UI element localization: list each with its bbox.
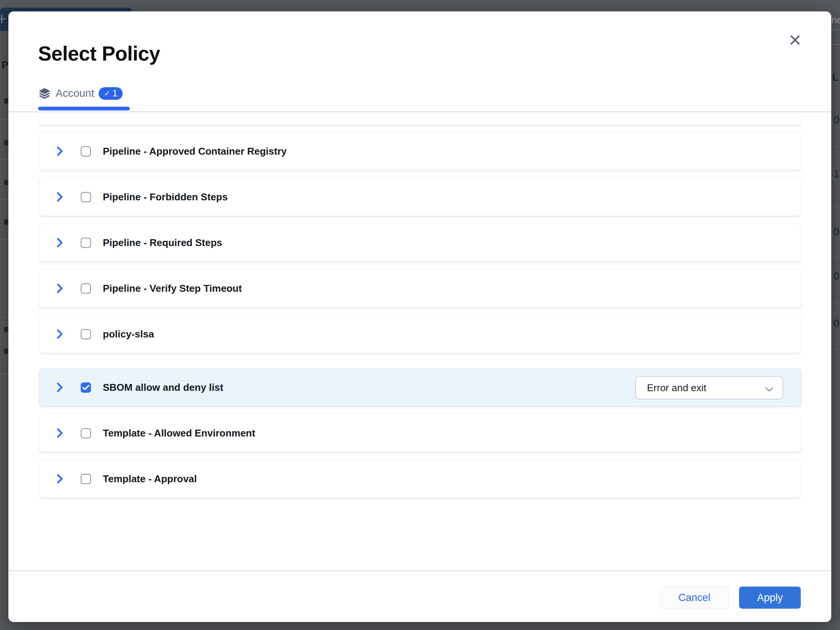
check-icon: ✓ xyxy=(104,90,110,97)
background-row-divider xyxy=(831,147,840,147)
policy-label: Template - Approval xyxy=(103,473,197,485)
policy-checkbox[interactable] xyxy=(81,192,91,202)
policy-list: Pipeline - Approved Container Registry P… xyxy=(8,112,831,569)
policy-checkbox[interactable] xyxy=(81,474,91,484)
background-table-value-fragment: 0 xyxy=(834,318,839,329)
background-table-value-fragment: 0 xyxy=(834,270,839,282)
policy-label: Pipeline - Approved Container Registry xyxy=(103,146,287,157)
background-row-divider xyxy=(831,206,840,206)
background-row-divider xyxy=(831,302,840,302)
close-icon[interactable] xyxy=(787,32,803,48)
policy-row[interactable]: Template - Allowed Environment xyxy=(39,414,801,452)
background-table-value-fragment: 1 xyxy=(834,168,839,180)
background-row-divider xyxy=(0,373,8,374)
policy-checkbox[interactable] xyxy=(81,146,91,157)
chevron-right-icon[interactable] xyxy=(56,382,63,393)
chevron-right-icon[interactable] xyxy=(56,237,63,248)
background-left-header-fragment: P xyxy=(2,59,8,71)
background-right-column-header-fragment: L xyxy=(832,72,839,83)
background-row-divider xyxy=(0,317,8,318)
policy-row[interactable]: Pipeline - Forbidden Steps xyxy=(39,178,801,216)
background-row-divider xyxy=(0,159,8,160)
background-row-divider xyxy=(831,349,840,350)
policy-checkbox[interactable] xyxy=(81,428,91,438)
policy-checkbox[interactable] xyxy=(81,238,91,248)
plus-icon: + xyxy=(0,10,7,27)
layers-icon xyxy=(38,88,51,99)
tab-account[interactable]: Account ✓ 1 xyxy=(38,85,123,101)
apply-button[interactable]: Apply xyxy=(739,587,801,609)
chevron-right-icon[interactable] xyxy=(56,329,63,339)
footer-divider xyxy=(8,570,831,571)
chevron-right-icon[interactable] xyxy=(56,283,63,294)
select-policy-modal: Select Policy Account ✓ 1 xyxy=(8,11,831,622)
background-row-divider xyxy=(0,199,8,200)
chevron-right-icon[interactable] xyxy=(56,428,63,438)
background-table-value-fragment: 0 xyxy=(834,226,839,238)
active-tab-indicator xyxy=(38,107,130,110)
chevron-right-icon[interactable] xyxy=(56,146,63,157)
policy-label: SBOM allow and deny list xyxy=(103,382,223,393)
policy-label: Pipeline - Required Steps xyxy=(103,237,222,249)
policy-row[interactable]: Pipeline - Approved Container Registry xyxy=(39,132,801,170)
background-right-header-fragment: ne xyxy=(831,14,840,26)
policy-action-select[interactable]: Error and exit xyxy=(635,376,783,400)
policy-row[interactable]: Pipeline - Verify Step Timeout xyxy=(39,269,801,307)
chevron-right-icon[interactable] xyxy=(56,192,63,202)
background-row-divider xyxy=(831,257,840,258)
policy-checkbox[interactable] xyxy=(81,283,91,294)
partially-scrolled-row xyxy=(39,114,801,125)
policy-checkbox[interactable] xyxy=(81,382,91,393)
policy-label: Template - Allowed Environment xyxy=(103,427,255,439)
policy-checkbox[interactable] xyxy=(81,329,91,339)
background-row-divider xyxy=(831,44,840,45)
policy-row[interactable]: Template - Approval xyxy=(39,460,801,498)
background-row-divider xyxy=(0,239,8,240)
policy-action-value: Error and exit xyxy=(647,382,706,394)
policy-row[interactable]: policy-slsa xyxy=(39,315,801,353)
cancel-button[interactable]: Cancel xyxy=(660,587,729,609)
background-row-divider xyxy=(831,29,840,30)
policy-label: Pipeline - Verify Step Timeout xyxy=(103,283,242,294)
policy-row[interactable]: SBOM allow and deny list Error and exit xyxy=(39,368,801,406)
policy-row[interactable]: Pipeline - Required Steps xyxy=(39,224,801,262)
tab-account-label: Account xyxy=(56,87,94,99)
chevron-right-icon[interactable] xyxy=(56,473,63,484)
page-title: Select Policy xyxy=(38,42,160,65)
background-row-divider xyxy=(0,119,8,120)
policy-label: Pipeline - Forbidden Steps xyxy=(103,191,228,203)
chevron-down-icon xyxy=(765,387,773,393)
policy-label: policy-slsa xyxy=(103,328,154,340)
background-table-value-fragment: 0 xyxy=(834,114,839,126)
app-background: + P ne L 01000 Select Policy Account ✓ 1 xyxy=(0,0,840,630)
tab-selected-count-badge: ✓ 1 xyxy=(99,87,123,100)
